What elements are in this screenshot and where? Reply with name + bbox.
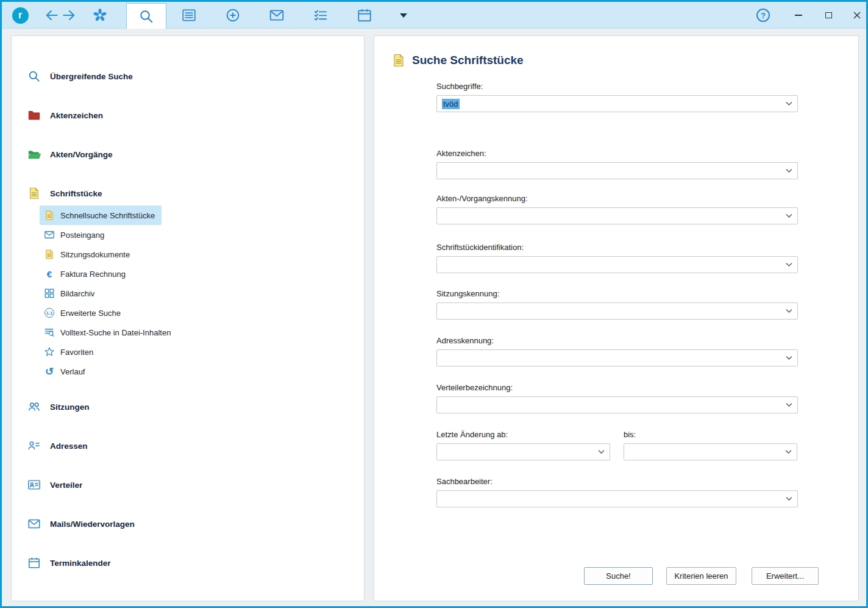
- help-button[interactable]: ?: [754, 2, 772, 29]
- verteilerbezeichnung-combobox[interactable]: [436, 396, 798, 413]
- card-icon: [27, 478, 41, 492]
- people-icon: [27, 400, 41, 413]
- akten-vorgangskennung-combobox[interactable]: [436, 207, 798, 224]
- toolbar: r ?: [2, 2, 866, 29]
- sidebar-item-label: Verlauf: [60, 367, 85, 376]
- sidebar-item-verteiler[interactable]: Verteiler: [27, 475, 364, 495]
- sidebar-item-label: Faktura Rechnung: [60, 270, 126, 279]
- sidebar-item-label: Adressen: [50, 442, 88, 451]
- search-form-panel: Suche Schriftstücke Suchbegriffe: tvöd A…: [374, 35, 859, 601]
- euro-icon: €: [44, 270, 55, 279]
- field-aktenzeichen: Aktenzeichen:: [436, 149, 798, 179]
- sidebar-item-label: Volltext-Suche in Datei-Inhalten: [60, 328, 171, 337]
- sidebar-item-terminkalender[interactable]: Terminkalender: [27, 553, 364, 573]
- list-view-button[interactable]: [180, 2, 198, 29]
- sidebar-item-schnellsuche-schriftstuecke[interactable]: Schnellsuche Schriftstücke: [40, 206, 162, 225]
- field-label: Aktenzeichen:: [436, 149, 798, 158]
- chevron-down-icon[interactable]: [786, 309, 792, 313]
- search-icon: [27, 70, 41, 83]
- sidebar-item-sitzungen[interactable]: Sitzungen: [27, 397, 364, 417]
- back-button[interactable]: [43, 2, 61, 29]
- history-icon: ↺: [44, 367, 55, 377]
- calendar-button[interactable]: [355, 2, 374, 29]
- sidebar-panel: Übergreifende Suche Aktenzeichen Akten/V…: [11, 35, 365, 601]
- sidebar-nav: Übergreifende Suche Aktenzeichen Akten/V…: [12, 36, 364, 573]
- chevron-down-icon[interactable]: [786, 356, 792, 360]
- calendar-icon: [357, 7, 372, 23]
- sidebar-item-label: Verteiler: [50, 481, 82, 490]
- page-header: Suche Schriftstücke: [391, 53, 524, 68]
- field-schriftstueckidentifikation: Schriftstückidentifikation:: [436, 243, 798, 273]
- letzte-aenderung-ab-combobox[interactable]: [436, 443, 610, 460]
- mail-button[interactable]: [268, 2, 286, 29]
- maximize-icon: [825, 12, 832, 18]
- advanced-button[interactable]: Erweitert...: [752, 567, 819, 585]
- sidebar-item-label: Erweiterte Suche: [60, 309, 121, 318]
- sidebar-item-faktura-rechnung[interactable]: € Faktura Rechnung: [40, 264, 132, 284]
- forward-arrow-icon: [61, 7, 77, 23]
- sachbearbeiter-combobox[interactable]: [436, 490, 798, 507]
- version-icon: 1.1: [44, 308, 55, 318]
- toolbar-overflow-button[interactable]: [396, 2, 411, 29]
- search-button[interactable]: Suche!: [584, 567, 653, 585]
- close-icon: [853, 11, 861, 20]
- tasks-button[interactable]: [311, 2, 330, 29]
- chevron-down-icon[interactable]: [786, 263, 792, 267]
- sidebar-item-posteingang[interactable]: Posteingang: [40, 225, 111, 245]
- sidebar-item-akten-vorgaenge[interactable]: Akten/Vorgänge: [27, 145, 364, 164]
- sidebar-item-label: Aktenzeichen: [50, 111, 103, 120]
- pinwheel-logo-button[interactable]: [91, 2, 109, 29]
- sidebar-item-erweiterte-suche[interactable]: 1.1 Erweiterte Suche: [40, 303, 127, 323]
- grid-icon: [44, 288, 55, 299]
- sidebar-item-uebergreifende-suche[interactable]: Übergreifende Suche: [27, 66, 364, 86]
- sidebar-item-aktenzeichen[interactable]: Aktenzeichen: [27, 106, 364, 125]
- field-label: Verteilerbezeichnung:: [436, 383, 798, 392]
- field-label: Suchbegriffe:: [436, 82, 798, 91]
- sidebar-item-mails-wiedervorlagen[interactable]: Mails/Wiedervorlagen: [27, 514, 364, 534]
- tab-search-active[interactable]: [126, 3, 166, 29]
- field-letzte-aenderung-bis: bis:: [624, 430, 797, 460]
- chevron-down-icon[interactable]: [598, 450, 605, 454]
- sidebar-item-verlauf[interactable]: ↺ Verlauf: [40, 362, 91, 381]
- sidebar-item-label: Sitzungsdokumente: [60, 250, 130, 259]
- close-button[interactable]: [848, 2, 866, 29]
- sidebar-item-adressen[interactable]: Adressen: [27, 436, 364, 456]
- minimize-icon: [795, 15, 802, 16]
- clear-criteria-button[interactable]: Kriterien leeren: [666, 567, 736, 585]
- aktenzeichen-combobox[interactable]: [436, 162, 798, 179]
- sidebar-item-bildarchiv[interactable]: Bildarchiv: [40, 284, 101, 303]
- document-icon: [44, 210, 55, 221]
- letzte-aenderung-bis-combobox[interactable]: [624, 443, 797, 460]
- chevron-down-icon[interactable]: [786, 214, 792, 218]
- sidebar-item-sitzungsdokumente[interactable]: Sitzungsdokumente: [40, 245, 137, 264]
- chevron-down-icon[interactable]: [786, 403, 792, 407]
- sidebar-item-schriftstuecke[interactable]: Schriftstücke: [27, 184, 364, 203]
- sitzungskennung-combobox[interactable]: [436, 302, 798, 320]
- app-window: r ?: [0, 0, 868, 608]
- chevron-down-icon[interactable]: [785, 450, 792, 454]
- add-new-button[interactable]: [224, 2, 242, 29]
- chevron-down-icon[interactable]: [786, 102, 792, 106]
- contact-icon: [27, 439, 41, 452]
- field-verteilerbezeichnung: Verteilerbezeichnung:: [436, 383, 798, 413]
- adresskennung-combobox[interactable]: [436, 349, 798, 367]
- forward-button[interactable]: [60, 2, 78, 29]
- app-logo[interactable]: r: [10, 2, 30, 29]
- sidebar-item-favoriten[interactable]: Favoriten: [40, 342, 100, 362]
- mail-icon: [27, 517, 41, 531]
- minimize-button[interactable]: [789, 2, 808, 29]
- sidebar-item-label: Übergreifende Suche: [50, 72, 133, 81]
- schriftstueckidentifikation-combobox[interactable]: [436, 256, 798, 273]
- sidebar-item-label: Schnellsuche Schriftstücke: [60, 211, 155, 220]
- schriftstuecke-children: Schnellsuche Schriftstücke Posteingang S…: [40, 206, 364, 381]
- dropdown-arrow-icon: [399, 12, 408, 18]
- sidebar-item-volltext-suche[interactable]: Volltext-Suche in Datei-Inhalten: [40, 323, 177, 342]
- chevron-down-icon[interactable]: [786, 497, 792, 501]
- plus-icon: [225, 7, 241, 23]
- field-akten-vorgangskennung: Akten-/Vorgangskennung:: [436, 194, 798, 224]
- suchbegriffe-combobox[interactable]: tvöd: [436, 95, 798, 112]
- sidebar-item-label: Posteingang: [60, 231, 104, 240]
- maximize-button[interactable]: [819, 2, 838, 29]
- chevron-down-icon[interactable]: [786, 169, 792, 173]
- page-title: Suche Schriftstücke: [412, 54, 524, 67]
